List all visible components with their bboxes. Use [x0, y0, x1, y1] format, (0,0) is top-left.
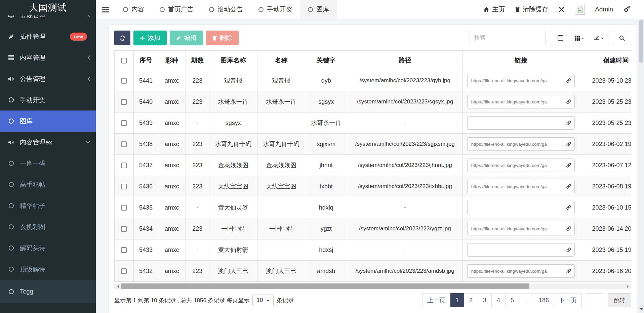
horizontal-scrollbar-thumb[interactable] — [121, 283, 529, 289]
link-input[interactable] — [467, 159, 563, 172]
page-ellipsis[interactable]: ... — [519, 293, 534, 307]
link-input[interactable] — [467, 264, 563, 278]
sidebar-item-yixiaoyima[interactable]: 一肖一码 — [0, 153, 96, 174]
vertical-scrollbar[interactable] — [638, 19, 644, 313]
table-row[interactable]: 5436 amxc 223 天线宝宝图 天线宝宝图 txbbt /system/… — [115, 176, 632, 197]
link-input[interactable] — [467, 222, 563, 235]
page-2[interactable]: 2 — [464, 293, 478, 307]
row-checkbox[interactable] — [121, 226, 127, 232]
search-button[interactable] — [613, 31, 631, 45]
page-size-select[interactable]: 10 — [252, 295, 274, 306]
tab-manual-draw[interactable]: 手动开奖 — [251, 0, 300, 19]
home-link[interactable]: 主页 — [483, 5, 505, 14]
columns-button[interactable] — [570, 31, 589, 45]
page-3[interactable]: 3 — [478, 293, 492, 307]
fullscreen-icon[interactable] — [558, 6, 565, 13]
sidebar-item-dingjijieshi[interactable]: 顶级解诗 — [0, 259, 96, 280]
copy-link-button[interactable] — [563, 116, 575, 130]
tab-content[interactable]: 内容 — [115, 0, 152, 19]
settings-gears-icon[interactable] — [623, 6, 631, 13]
copy-link-button[interactable] — [563, 159, 575, 172]
row-checkbox[interactable] — [121, 205, 127, 211]
search-input[interactable] — [470, 31, 546, 45]
sidebar-item-gaoshoujingtie[interactable]: 高手精帖 — [0, 174, 96, 195]
sidebar-item-tcgg[interactable]: Tcgg — [0, 280, 96, 303]
scroll-down-arrow-icon[interactable] — [640, 308, 643, 312]
page-1[interactable]: 1 — [450, 293, 464, 307]
detail-view-button[interactable] — [551, 31, 570, 45]
row-checkbox[interactable] — [121, 141, 127, 147]
link-input[interactable] — [467, 116, 563, 130]
add-button[interactable]: 添加 — [133, 31, 167, 45]
copy-link-button[interactable] — [563, 137, 575, 151]
copy-link-button[interactable] — [563, 74, 575, 87]
page-prev[interactable]: 上一页 — [422, 293, 450, 307]
copy-link-button[interactable] — [563, 243, 575, 257]
copy-link-button[interactable] — [563, 264, 575, 278]
page-5[interactable]: 5 — [506, 293, 519, 307]
sidebar-item-gallery[interactable]: 图库 — [0, 110, 96, 132]
table-row[interactable]: 5441 amxc 223 观音报 观音报 qyb /system/amlhc/… — [115, 70, 632, 91]
edit-button[interactable]: 编辑 — [170, 31, 203, 45]
table-row[interactable]: 5438 amxc 223 水哥九肖十码 水哥九肖十码 sgjxsm /syst… — [115, 134, 632, 155]
link-input[interactable] — [467, 180, 563, 193]
link-input[interactable] — [467, 201, 563, 214]
link-input[interactable] — [467, 243, 563, 257]
horizontal-scrollbar[interactable] — [114, 283, 631, 289]
table-row[interactable]: 5437 amxc 223 金花娘娘图 金花娘娘图 jhnnt /system/… — [115, 155, 632, 176]
vertical-scrollbar-thumb[interactable] — [639, 20, 643, 63]
sidebar-item-announcement[interactable]: 公告管理 — [0, 68, 96, 89]
row-checkbox[interactable] — [121, 163, 127, 168]
tab-gallery[interactable]: 图库 — [300, 0, 337, 19]
row-checkbox[interactable] — [121, 184, 127, 189]
page-186[interactable]: 186 — [534, 293, 554, 307]
link-input[interactable] — [467, 137, 563, 151]
user-name[interactable]: Admin — [595, 6, 613, 13]
avatar[interactable] — [575, 4, 585, 15]
sidebar-item-manual-draw[interactable]: 手动开奖 — [0, 89, 96, 110]
table-row[interactable]: 5439 amxc - sgsyx 水哥杀一肖 - 2023-05-25 23:… — [115, 113, 632, 134]
scroll-right-arrow-icon[interactable] — [625, 283, 631, 289]
copy-link-button[interactable] — [563, 95, 575, 108]
seq-cell: 5432 — [133, 261, 158, 282]
new-badge: new — [70, 33, 87, 41]
sidebar-item-plugins[interactable]: 插件管理 new — [0, 26, 96, 47]
table-row[interactable]: 5433 amxc - 黄大仙射箭 hdxsj - 2023-06-15 19:… — [115, 239, 632, 261]
row-checkbox[interactable] — [121, 247, 127, 253]
link-input[interactable] — [467, 95, 563, 108]
table-row[interactable]: 5435 amxc - 黄大仙灵签 hdxlq - 2023-06-10 15:… — [115, 197, 632, 218]
search-icon — [619, 35, 625, 41]
row-checkbox[interactable] — [121, 99, 127, 105]
sidebar-item-xuanjicaitu[interactable]: 玄机彩图 — [0, 216, 96, 237]
keyword-cell: 水哥杀一肖 — [305, 113, 347, 134]
select-all-checkbox[interactable] — [121, 58, 127, 63]
navbar-right: 主页 清除缓存 Admin — [483, 0, 644, 19]
copy-link-button[interactable] — [563, 222, 575, 235]
row-checkbox[interactable] — [121, 268, 127, 274]
scroll-left-arrow-icon[interactable] — [114, 283, 121, 289]
jump-page-input[interactable] — [586, 293, 603, 307]
page-4[interactable]: 4 — [492, 293, 506, 307]
page-next[interactable]: 下一页 — [554, 293, 582, 307]
sidebar-item-jinghuatiezi[interactable]: 精华帖子 — [0, 195, 96, 216]
table-row[interactable]: 5440 amxc 223 水哥杀一肖 水哥杀一肖 sgsyx /system/… — [115, 91, 632, 113]
refresh-button[interactable] — [114, 31, 130, 45]
tab-scroll-notice[interactable]: 滚动公告 — [201, 0, 251, 19]
clear-cache-link[interactable]: 清除缓存 — [515, 5, 548, 14]
menu-toggle-icon[interactable] — [96, 0, 115, 19]
jump-button[interactable]: 跳转 — [608, 293, 631, 307]
delete-button[interactable]: 删除 — [206, 31, 239, 45]
sidebar-item-jiematoushi[interactable]: 解码头诗 — [0, 237, 96, 259]
copy-link-button[interactable] — [563, 180, 575, 193]
copy-link-button[interactable] — [563, 201, 575, 214]
table-row[interactable]: 5434 amxc 223 一国中特 一国中特 ygzt /system/aml… — [115, 218, 632, 239]
path-cell: /system/amlhc/col/2023/223/sgjxsm.jpg — [347, 134, 463, 155]
row-checkbox[interactable] — [121, 78, 127, 84]
sidebar-item-content[interactable]: 内容管理 — [0, 47, 96, 68]
link-input[interactable] — [467, 74, 563, 87]
table-row[interactable]: 5432 amxc 223 澳门大三巴 澳门大三巴 amdsb /system/… — [115, 261, 632, 282]
sidebar-item-content-ex[interactable]: 内容管理ex — [0, 132, 96, 153]
tab-home-ads[interactable]: 首页广告 — [152, 0, 201, 19]
export-button[interactable] — [589, 31, 608, 45]
row-checkbox[interactable] — [121, 120, 127, 126]
